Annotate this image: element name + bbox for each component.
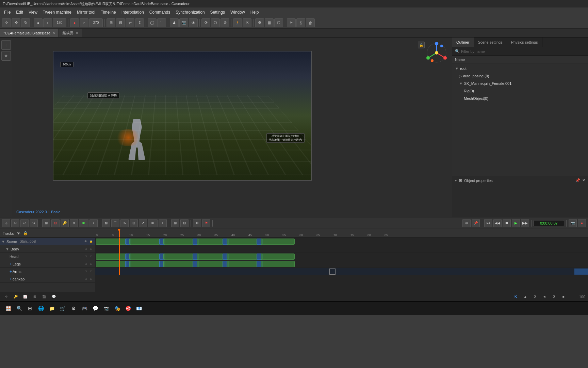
toolbar-circle[interactable]: ◯ xyxy=(148,18,157,27)
track-eye-head[interactable]: □ xyxy=(83,254,88,259)
tl-curve-btn[interactable]: ⌒ xyxy=(111,219,119,227)
kframe-blue[interactable]: K xyxy=(512,293,519,300)
tl-collapse[interactable]: ⊟ xyxy=(180,219,189,227)
menu-edit[interactable]: Edit xyxy=(13,9,26,16)
menu-sync[interactable]: Synchronization xyxy=(173,9,207,16)
menu-window[interactable]: Window xyxy=(228,9,248,16)
toolbar-delete[interactable]: 🗑 xyxy=(306,18,315,27)
tl-head-track[interactable] xyxy=(95,245,588,253)
legs-clip-3[interactable] xyxy=(163,254,193,260)
tl-camera-btn[interactable]: 📷 xyxy=(569,219,577,227)
lock-icon-header[interactable]: 🔒 xyxy=(23,231,28,235)
sidebar-move-btn[interactable]: ✥ xyxy=(1,51,11,61)
toolbar-cut[interactable]: ✂ xyxy=(287,18,296,27)
taskbar-start[interactable]: 🪟 xyxy=(3,303,14,314)
tl-arrow2[interactable]: › xyxy=(159,219,167,227)
arms-clip-4[interactable] xyxy=(197,261,223,267)
track-eye-scene[interactable]: 👁 xyxy=(83,239,88,244)
outliner-item-root[interactable]: ▼ root xyxy=(452,65,588,72)
tl-path[interactable]: ⊟ xyxy=(130,219,138,227)
taskbar-explorer[interactable]: 📁 xyxy=(46,303,57,314)
track-eye-legs[interactable]: □ xyxy=(83,262,88,266)
taskbar-app3[interactable]: 💬 xyxy=(90,303,101,314)
tab-secondary[interactable]: 起战姿 ✕ xyxy=(59,29,82,37)
taskbar-app1[interactable]: ⚙ xyxy=(68,303,79,314)
body-clip-3[interactable] xyxy=(163,239,193,245)
arms-clip-1[interactable] xyxy=(96,261,127,267)
legs-clip-2[interactable] xyxy=(129,254,160,260)
tl-body-track[interactable] xyxy=(95,238,588,245)
status-table-btn[interactable]: ⊞ xyxy=(31,293,38,300)
tl-expand[interactable]: ⊞ xyxy=(171,219,179,227)
viewport-lock[interactable]: 🔒 xyxy=(418,42,425,48)
scene-viewport[interactable]: 200ds (迅速切换前) A 冲锋 感觉回到上面有空时候,地方地图中选择快速行… xyxy=(12,37,452,217)
taskbar-search[interactable]: 🔍 xyxy=(14,303,24,314)
body-expand[interactable]: ▼ xyxy=(5,247,9,251)
menu-commands[interactable]: Commands xyxy=(147,9,173,16)
tl-ik-arrow[interactable]: › xyxy=(89,219,98,227)
tab-main[interactable]: *UE4FemaleDaulBladeBase ✕ xyxy=(0,29,59,37)
toolbar-mirror-h[interactable]: ⇌ xyxy=(126,18,134,27)
tab-main-close[interactable]: ✕ xyxy=(52,31,55,35)
toolbar-ik[interactable]: IK xyxy=(243,18,251,27)
toolbar-sim[interactable]: ⬡ xyxy=(274,18,283,27)
toolbar-body2[interactable]: ⊛ xyxy=(220,18,229,27)
body-clip-6[interactable] xyxy=(261,239,295,245)
track-lock-legs[interactable]: □ xyxy=(89,262,94,266)
tl-arc2[interactable]: ∿ xyxy=(120,219,129,227)
tl-flag-btn[interactable]: ⚑ xyxy=(202,219,210,227)
status-scene-btn[interactable]: ⊹ xyxy=(3,293,10,300)
outliner-item-mesh[interactable]: MeshObject(0) xyxy=(452,95,588,102)
tl-key-btn[interactable]: 🔑 xyxy=(61,219,69,227)
tl-viewport-btn[interactable]: ⊞ xyxy=(42,219,50,227)
taskbar-cascadeur[interactable]: 🎭 xyxy=(112,303,122,314)
tl-redo-btn[interactable]: ↪ xyxy=(30,219,38,227)
toolbar-paste[interactable]: ⎘ xyxy=(296,18,305,27)
taskbar-app5[interactable]: 🎯 xyxy=(122,303,133,314)
menu-timeline[interactable]: Timeline xyxy=(98,9,119,16)
toolbar-eye[interactable]: 👁 xyxy=(189,18,198,27)
tl-magnet-btn[interactable]: ⊡ xyxy=(51,219,60,227)
status-video-btn[interactable]: 🎬 xyxy=(41,293,48,300)
toolbar-move[interactable]: ✥ xyxy=(12,18,20,27)
track-lock-arms[interactable]: □ xyxy=(89,269,94,274)
body-clip-4[interactable] xyxy=(197,239,223,245)
legs-clip-5[interactable] xyxy=(227,254,257,260)
track-lock-cankao[interactable]: □ xyxy=(89,277,94,281)
tl-ik-label[interactable]: IK xyxy=(79,219,88,227)
toolbar-val[interactable]: 270 xyxy=(89,18,103,27)
tl-skip-start[interactable]: ⏮ xyxy=(484,219,492,227)
tl-play[interactable]: ▶ xyxy=(512,219,520,227)
legs-clip-4[interactable] xyxy=(197,254,223,260)
track-lock-scene[interactable]: 🔒 xyxy=(89,239,94,244)
arms-clip-2[interactable] xyxy=(129,261,160,267)
taskbar-app6[interactable]: 📧 xyxy=(133,303,144,314)
track-lock-body[interactable]: □ xyxy=(89,247,94,251)
taskbar-store[interactable]: 🛒 xyxy=(57,303,68,314)
track-eye-body[interactable]: □ xyxy=(83,247,88,251)
scene-expand[interactable]: ▼ xyxy=(1,240,5,244)
toolbar-align[interactable]: ⊟ xyxy=(116,18,125,27)
visibility-icon[interactable]: 👁 xyxy=(17,231,20,235)
outliner-item-rig[interactable]: Rig(0) xyxy=(452,87,588,95)
toolbar-input[interactable]: 180 xyxy=(53,18,66,27)
body-clip-5[interactable] xyxy=(227,239,257,245)
status-key-btn[interactable]: 🔑 xyxy=(12,293,19,300)
taskbar-taskview[interactable]: ⊞ xyxy=(24,303,35,314)
track-eye-cankao[interactable]: □ xyxy=(83,277,88,281)
menu-tween[interactable]: Tween machine xyxy=(40,9,74,16)
menu-mirror[interactable]: Mirror tool xyxy=(74,9,98,16)
kframe-next[interactable]: ■ xyxy=(560,293,567,300)
body-clip-1[interactable] xyxy=(96,239,127,245)
toolbar-body[interactable]: ♟ xyxy=(170,18,179,27)
toolbar-loop[interactable]: ⟳ xyxy=(201,18,210,27)
props-close-icon[interactable]: ✕ xyxy=(582,178,585,183)
toolbar-record[interactable]: ● xyxy=(70,18,79,27)
tl-prev-frame[interactable]: ◀◀ xyxy=(493,219,502,227)
arms-clip-3[interactable] xyxy=(163,261,193,267)
toolbar-snap[interactable]: ⊞ xyxy=(107,18,115,27)
track-lock-head[interactable]: □ xyxy=(89,254,94,259)
menu-settings[interactable]: Settings xyxy=(208,9,228,16)
sidebar-select-btn[interactable]: ⊹ xyxy=(1,40,11,50)
arms-clip-6[interactable] xyxy=(261,261,295,267)
